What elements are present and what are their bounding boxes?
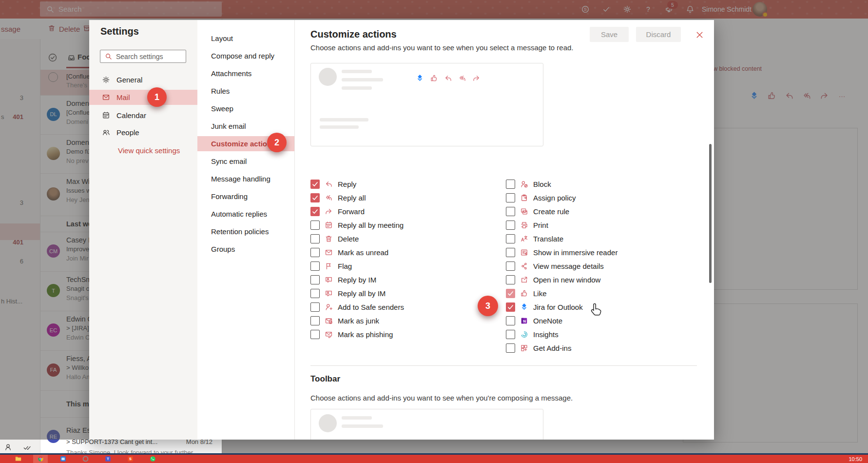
checkbox-reply-all-by-im[interactable] bbox=[310, 289, 320, 298]
subnav-item-retention-policies[interactable]: Retention policies bbox=[197, 224, 294, 239]
action-row-mark-as-junk[interactable]: Mark as junk bbox=[310, 314, 379, 327]
subnav-item-layout[interactable]: Layout bbox=[197, 31, 294, 46]
taskbar-teams-icon[interactable]: T bbox=[100, 455, 115, 463]
settings-search-input[interactable]: Search settings bbox=[100, 50, 186, 63]
sidebar-item-general[interactable]: General bbox=[89, 72, 197, 87]
checkbox-print[interactable] bbox=[506, 221, 515, 230]
action-label: Show in immersive reader bbox=[533, 248, 617, 257]
checkbox-view-message-details[interactable] bbox=[506, 262, 515, 271]
taskbar-snagit-s-icon[interactable]: S bbox=[123, 455, 137, 463]
subnav-item-forwarding[interactable]: Forwarding bbox=[197, 189, 294, 204]
subnav-item-groups[interactable]: Groups bbox=[197, 242, 294, 257]
tasks-icon[interactable] bbox=[23, 443, 31, 451]
discard-button[interactable]: Discard bbox=[636, 27, 681, 42]
action-row-mark-as-unread[interactable]: Mark as unread bbox=[310, 245, 388, 259]
action-row-jira-for-outlook[interactable]: Jira for Outlook bbox=[506, 300, 583, 314]
action-row-reply[interactable]: Reply bbox=[310, 177, 356, 191]
view-quick-settings-link[interactable]: View quick settings bbox=[118, 146, 180, 155]
checkbox-jira-for-outlook[interactable] bbox=[506, 302, 515, 312]
action-label: Like bbox=[533, 289, 547, 298]
sidebar-item-people[interactable]: People bbox=[89, 125, 197, 140]
action-row-flag[interactable]: Flag bbox=[310, 259, 352, 273]
taskbar-whatsapp-icon[interactable] bbox=[145, 455, 160, 463]
subnav-item-automatic-replies[interactable]: Automatic replies bbox=[197, 206, 294, 221]
checkbox-add-to-safe-senders[interactable] bbox=[310, 302, 320, 312]
sidebar-item-label: People bbox=[116, 128, 139, 137]
close-button[interactable] bbox=[693, 28, 706, 41]
action-row-print[interactable]: Print bbox=[506, 218, 548, 232]
checkbox-forward[interactable] bbox=[310, 207, 320, 216]
step-badge-2: 2 bbox=[267, 133, 287, 152]
action-row-assign-policy[interactable]: Assign policy bbox=[506, 191, 576, 204]
checkbox-reply-by-im[interactable] bbox=[310, 275, 320, 284]
taskbar-folder-icon[interactable] bbox=[11, 455, 25, 463]
action-row-reply-by-im[interactable]: Reply by IM bbox=[310, 273, 376, 286]
checkbox-translate[interactable] bbox=[506, 234, 515, 243]
taskbar-snagit-icon[interactable] bbox=[78, 455, 93, 463]
action-row-mark-as-phishing[interactable]: Mark as phishing bbox=[310, 327, 393, 341]
checkbox-mark-as-unread[interactable] bbox=[310, 248, 320, 257]
checkbox-reply-all-by-meeting[interactable] bbox=[310, 221, 320, 230]
person-icon bbox=[4, 443, 12, 451]
action-label: Add to Safe senders bbox=[338, 303, 404, 311]
checkbox-show-in-immersive-reader[interactable] bbox=[506, 248, 515, 257]
action-row-reply-all-by-meeting[interactable]: Reply all by meeting bbox=[310, 218, 404, 232]
checkbox-create-rule[interactable] bbox=[506, 207, 515, 216]
taskbar-blue-app-icon[interactable] bbox=[56, 455, 70, 463]
trash-icon bbox=[325, 235, 333, 243]
subnav-item-attachments[interactable]: Attachments bbox=[197, 66, 294, 81]
checkbox-block[interactable] bbox=[506, 180, 515, 189]
checkbox-get-add-ins[interactable] bbox=[506, 343, 515, 353]
subnav-item-sweep[interactable]: Sweep bbox=[197, 101, 294, 116]
checkbox-open-in-new-window[interactable] bbox=[506, 275, 515, 284]
action-row-create-rule[interactable]: Create rule bbox=[506, 204, 569, 218]
jira-icon bbox=[416, 74, 424, 82]
checkbox-reply[interactable] bbox=[310, 180, 320, 189]
action-row-reply-all-by-im[interactable]: Reply all by IM bbox=[310, 286, 386, 300]
checkbox-like[interactable] bbox=[506, 289, 515, 298]
sidebar-item-calendar[interactable]: Calendar bbox=[89, 108, 197, 123]
action-row-reply-all[interactable]: Reply all bbox=[310, 191, 366, 204]
action-row-add-to-safe-senders[interactable]: Add to Safe senders bbox=[310, 300, 404, 314]
checkbox-flag[interactable] bbox=[310, 262, 320, 271]
action-row-get-add-ins[interactable]: Get Add-ins bbox=[506, 341, 571, 355]
action-row-insights[interactable]: Insights bbox=[506, 327, 559, 341]
reading-preview-card bbox=[310, 63, 543, 146]
action-label: Block bbox=[533, 180, 551, 188]
subnav-item-junk-email[interactable]: Junk email bbox=[197, 119, 294, 134]
action-label: Mark as junk bbox=[338, 317, 379, 325]
people-icon[interactable] bbox=[4, 443, 12, 451]
taskbar-chrome-icon[interactable] bbox=[33, 455, 48, 463]
save-button[interactable]: Save bbox=[590, 27, 629, 42]
checkbox-onenote[interactable] bbox=[506, 316, 515, 325]
action-label: OneNote bbox=[533, 317, 562, 325]
checkbox-mark-as-junk[interactable] bbox=[310, 316, 320, 325]
action-row-view-message-details[interactable]: View message details bbox=[506, 259, 604, 273]
reading-description: Choose actions and add-ins you want to s… bbox=[310, 45, 681, 52]
sidebar-item-mail[interactable]: Mail bbox=[89, 90, 197, 105]
subnav-item-compose-and-reply[interactable]: Compose and reply bbox=[197, 48, 294, 63]
checkbox-insights[interactable] bbox=[506, 330, 515, 339]
subnav-item-rules[interactable]: Rules bbox=[197, 83, 294, 99]
action-row-open-in-new-window[interactable]: Open in new window bbox=[506, 273, 600, 286]
action-row-forward[interactable]: Forward bbox=[310, 204, 365, 218]
scrollbar[interactable] bbox=[709, 144, 712, 283]
translate-icon bbox=[520, 235, 528, 243]
action-row-translate[interactable]: Translate bbox=[506, 232, 563, 245]
clock[interactable]: 10:50 bbox=[849, 455, 862, 463]
action-row-block[interactable]: Block bbox=[506, 177, 551, 191]
action-row-delete[interactable]: Delete bbox=[310, 232, 359, 245]
subnav-item-sync-email[interactable]: Sync email bbox=[197, 154, 294, 169]
checkbox-mark-as-phishing[interactable] bbox=[310, 330, 320, 339]
sidebar-item-label: Mail bbox=[116, 93, 130, 101]
reader-icon bbox=[520, 248, 528, 257]
checkbox-delete[interactable] bbox=[310, 234, 320, 243]
action-row-like[interactable]: Like bbox=[506, 286, 547, 300]
subnav-item-message-handling[interactable]: Message handling bbox=[197, 171, 294, 186]
checkbox-assign-policy[interactable] bbox=[506, 193, 515, 202]
forward-icon bbox=[472, 74, 481, 82]
checkbox-reply-all[interactable] bbox=[310, 193, 320, 202]
action-row-show-in-immersive-reader[interactable]: Show in immersive reader bbox=[506, 245, 617, 259]
action-row-onenote[interactable]: NOneNote bbox=[506, 314, 562, 327]
settings-search-placeholder: Search settings bbox=[116, 53, 163, 60]
